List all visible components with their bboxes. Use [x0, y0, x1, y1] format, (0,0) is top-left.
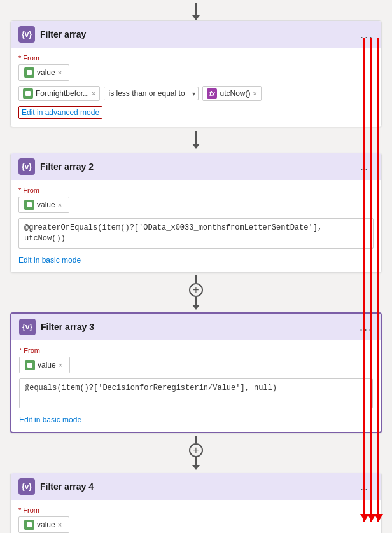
filter-array-2-expression[interactable]: @greaterOrEquals(item()?['OData_x0033_mo…: [18, 218, 374, 249]
tag-icon-2: [24, 200, 34, 210]
connector-line-2b: [195, 297, 197, 305]
filter-array-4-icon: {v}: [18, 478, 35, 495]
filter-array-4-card: {v} Filter array 4 ... * From value × @a…: [10, 473, 382, 533]
filter-array-1-from-input[interactable]: value ×: [18, 64, 69, 81]
filter-array-1-operator-wrap[interactable]: is less than or equal to: [104, 87, 199, 100]
filter-array-2-from-tag-text: value: [37, 200, 55, 209]
svg-rect-2: [27, 202, 32, 207]
filter-array-1-from-tag: value ×: [24, 67, 62, 78]
card-icon-symbol: {v}: [22, 30, 32, 39]
tag-icon-3: [25, 360, 35, 370]
filter-array-1-value-text: utcNow(): [220, 89, 250, 98]
filter-array-2-menu[interactable]: ...: [360, 161, 374, 172]
filter-array-2-icon: {v}: [18, 158, 35, 175]
connector-3-plus: +: [0, 433, 392, 473]
filter-array-3-card: {v} Filter array 3 ... * From value × @e…: [10, 312, 382, 434]
connector-arrow-2: [192, 305, 200, 310]
svg-rect-3: [27, 363, 32, 368]
filter-array-1-from-tag-close[interactable]: ×: [58, 69, 62, 76]
add-step-button-1[interactable]: +: [189, 283, 203, 297]
filter-array-4-header: {v} Filter array 4 ...: [11, 473, 381, 500]
filter-array-2-from-tag-close[interactable]: ×: [58, 201, 62, 209]
filter-array-1-mode-link[interactable]: Edit in advanced mode: [18, 106, 102, 119]
svg-rect-1: [25, 91, 31, 96]
filter-array-1-title: Filter array: [40, 29, 86, 39]
card-icon-symbol-2: {v}: [22, 162, 32, 171]
fx-icon-1: fx: [207, 88, 217, 99]
card-icon-symbol-3: {v}: [22, 322, 32, 331]
filter-array-1-condition-tag-text: Fortnightbefor...: [36, 89, 89, 98]
filter-array-4-from-tag-text: value: [37, 520, 55, 529]
filter-array-3-mode-link[interactable]: Edit in basic mode: [19, 415, 81, 424]
filter-array-3-title: Filter array 3: [41, 322, 94, 332]
filter-array-3-body: * From value × @equals(item()?['Decision…: [11, 340, 381, 433]
filter-array-3-from-tag: value ×: [25, 360, 62, 370]
filter-array-1-card: {v} Filter array ... * From value ×: [10, 20, 382, 127]
svg-rect-0: [27, 70, 32, 75]
filter-array-3-from-tag-close[interactable]: ×: [59, 361, 62, 369]
filter-array-1-condition-row: Fortnightbefor... × is less than or equa…: [18, 86, 374, 101]
filter-array-1-condition-tag-close[interactable]: ×: [92, 90, 95, 97]
svg-rect-4: [27, 522, 32, 527]
tag-icon-4: [24, 520, 34, 530]
filter-array-2-header-left: {v} Filter array 2: [18, 158, 94, 175]
filter-array-3-from-input[interactable]: value ×: [19, 357, 70, 373]
connector-arrow-1: [192, 144, 200, 149]
connector-line-3a: [195, 436, 197, 443]
filter-array-2-from-tag: value ×: [24, 200, 62, 210]
filter-array-3-menu[interactable]: ...: [360, 321, 373, 333]
connector-line-3b: [195, 457, 197, 465]
filter-array-4-from-tag-close[interactable]: ×: [58, 521, 62, 529]
connector-arrow-3: [192, 465, 200, 470]
filter-array-1-menu[interactable]: ...: [360, 29, 374, 40]
filter-array-1-value-close[interactable]: ×: [253, 90, 257, 97]
filter-array-4-header-left: {v} Filter array 4: [18, 478, 94, 495]
filter-array-2-header: {v} Filter array 2 ...: [11, 153, 381, 180]
filter-array-1-from-label: * From: [18, 54, 374, 62]
filter-array-1-from-tag-text: value: [37, 68, 55, 77]
filter-tag-icon-1: [23, 88, 33, 99]
connector-2-plus: +: [0, 273, 392, 312]
card-icon-symbol-4: {v}: [22, 482, 32, 491]
filter-array-1-header: {v} Filter array ...: [11, 21, 381, 48]
filter-array-4-title: Filter array 4: [40, 481, 94, 492]
filter-array-2-body: * From value × @greaterOrEquals(item()?[…: [11, 180, 381, 272]
filter-array-3-expression[interactable]: @equals(item()?['DecisionforReregisterin…: [19, 378, 373, 409]
filter-array-3-header-left: {v} Filter array 3: [19, 319, 94, 335]
filter-array-1-condition-tag[interactable]: Fortnightbefor... ×: [18, 86, 100, 101]
filter-array-3-header: {v} Filter array 3 ...: [11, 314, 381, 340]
filter-array-3-icon: {v}: [19, 319, 36, 335]
filter-array-3-from-tag-text: value: [38, 361, 56, 370]
add-step-button-2[interactable]: +: [189, 443, 203, 457]
filter-array-4-menu[interactable]: ...: [360, 481, 374, 492]
filter-array-1-value-tag[interactable]: fx utcNow() ×: [202, 86, 261, 101]
filter-array-2-mode-link[interactable]: Edit in basic mode: [18, 256, 81, 265]
filter-array-2-card: {v} Filter array 2 ... * From value × @g…: [10, 153, 382, 273]
filter-array-4-from-label: * From: [18, 506, 374, 514]
filter-array-2-from-input[interactable]: value ×: [18, 197, 69, 213]
tag-icon-1: [24, 67, 34, 78]
connector-line-top: [195, 3, 197, 15]
filter-array-2-title: Filter array 2: [40, 162, 94, 172]
filter-array-4-from-input[interactable]: value ×: [18, 516, 69, 533]
top-connector: [0, 0, 392, 20]
connector-arrow-top: [192, 15, 200, 20]
filter-array-3-from-label: * From: [19, 347, 373, 354]
filter-array-1-operator-select[interactable]: is less than or equal to: [104, 87, 199, 100]
connector-line-1: [195, 131, 197, 144]
page-container: {v} Filter array ... * From value ×: [0, 0, 392, 533]
filter-array-1-header-left: {v} Filter array: [18, 26, 86, 43]
connector-1: [0, 127, 392, 153]
connector-line-2a: [195, 275, 197, 283]
filter-array-4-body: * From value × @and(lessOrEquals(item()?…: [11, 500, 381, 533]
filter-array-1-body: * From value × Fortnightbefor...: [11, 48, 381, 127]
filter-array-4-from-tag: value ×: [24, 520, 62, 530]
filter-array-1-icon: {v}: [18, 26, 35, 43]
filter-array-2-from-label: * From: [18, 186, 374, 194]
